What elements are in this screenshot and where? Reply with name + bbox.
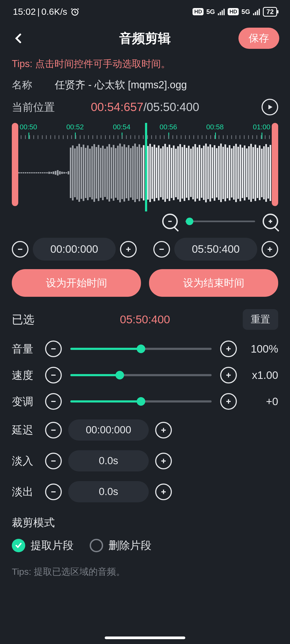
zoom-slider[interactable] [185, 221, 255, 222]
footer-tip: Tips: 提取已选区域的音频。 [0, 559, 290, 584]
svg-rect-6 [255, 12, 256, 15]
fadein-input[interactable]: 0.0s [68, 450, 149, 471]
fadeout-plus-button[interactable] [155, 484, 172, 500]
fadeout-label: 淡出 [12, 484, 39, 499]
check-icon [12, 539, 25, 552]
play-button[interactable] [262, 99, 278, 115]
network-icon: 5G [206, 8, 215, 16]
set-end-button[interactable]: 设为结束时间 [149, 269, 278, 297]
end-minus-button[interactable] [153, 241, 170, 258]
svg-rect-4 [224, 9, 225, 15]
pitch-slider[interactable] [70, 400, 212, 402]
delay-minus-button[interactable] [45, 422, 62, 438]
pitch-value: +0 [243, 396, 278, 408]
zoom-out-icon[interactable] [162, 214, 178, 229]
radio-delete[interactable]: 删除片段 [90, 538, 151, 553]
pitch-plus-button[interactable] [220, 393, 237, 410]
speed-minus-button[interactable] [45, 367, 62, 383]
waveform-area[interactable]: 00:5000:5200:5400:5600:5801:00 [12, 123, 278, 206]
position-total: 05:50:400 [147, 100, 199, 114]
speed-plus-button[interactable] [220, 367, 237, 383]
start-time-input[interactable]: 00:00:000 [33, 238, 116, 261]
radio-delete-label: 删除片段 [108, 538, 151, 553]
speed-slider[interactable] [70, 374, 212, 376]
end-plus-button[interactable] [262, 241, 278, 258]
svg-rect-2 [220, 12, 221, 15]
set-start-button[interactable]: 设为开始时间 [12, 269, 141, 297]
fadein-label: 淡入 [12, 453, 39, 468]
zoom-in-icon[interactable] [263, 214, 278, 229]
signal-icon [218, 8, 225, 16]
reset-button[interactable]: 重置 [243, 309, 278, 330]
playhead[interactable] [145, 123, 147, 211]
end-time-input[interactable]: 05:50:400 [174, 238, 257, 261]
speed-value: x1.00 [243, 369, 278, 381]
crop-mode-title: 裁剪模式 [0, 507, 290, 535]
svg-rect-3 [222, 10, 223, 15]
fadeout-input[interactable]: 0.0s [68, 481, 149, 502]
position-row: 当前位置 00:54:657/05:50:400 [0, 94, 290, 118]
status-time: 15:02 [13, 6, 36, 17]
network-icon-2: 5G [241, 8, 250, 16]
selected-value: 05:50:400 [120, 313, 170, 326]
back-button[interactable] [11, 30, 27, 46]
radio-off-icon [90, 539, 103, 552]
start-minus-button[interactable] [12, 241, 28, 258]
filename-value: 任贤齐 - 心太软 [mqms2].ogg [55, 78, 187, 92]
radio-extract-label: 提取片段 [31, 538, 74, 553]
filename-row: 名称 任贤齐 - 心太软 [mqms2].ogg [0, 75, 290, 94]
range-handle-end[interactable] [272, 123, 278, 206]
save-button[interactable]: 保存 [238, 28, 279, 49]
volume-plus-button[interactable] [220, 341, 237, 357]
fadein-plus-button[interactable] [155, 453, 172, 469]
volume-minus-button[interactable] [45, 341, 62, 357]
position-current[interactable]: 00:54:657 [91, 100, 143, 114]
pitch-minus-button[interactable] [45, 393, 62, 410]
topbar: 音频剪辑 保存 [0, 20, 290, 54]
fadeout-minus-button[interactable] [45, 484, 62, 500]
position-label: 当前位置 [12, 100, 55, 115]
delay-label: 延迟 [12, 423, 39, 437]
signal-icon-2 [253, 8, 260, 16]
zoom-thumb[interactable] [186, 218, 193, 225]
tips-text: Tips: 点击时间控件可手动选取时间。 [0, 54, 290, 75]
volume-value: 100% [243, 343, 278, 355]
svg-rect-7 [257, 10, 258, 15]
status-bar: 15:02 | 0.6K/s HD 5G HD 5G 72 [0, 0, 290, 20]
svg-rect-1 [218, 13, 219, 15]
pitch-label: 变调 [12, 394, 39, 409]
alarm-icon [70, 7, 79, 16]
home-indicator[interactable] [105, 636, 185, 639]
hd-badge-2: HD [228, 8, 239, 15]
svg-rect-8 [259, 9, 260, 15]
radio-extract[interactable]: 提取片段 [12, 538, 74, 553]
page-title: 音频剪辑 [119, 30, 171, 47]
selected-label: 已选 [12, 312, 34, 327]
battery-indicator: 72 [263, 7, 277, 17]
hd-badge: HD [193, 8, 204, 15]
delay-plus-button[interactable] [155, 422, 172, 438]
start-plus-button[interactable] [120, 241, 137, 258]
volume-slider[interactable] [70, 348, 212, 350]
delay-input[interactable]: 00:00:000 [68, 419, 149, 441]
position-sep: / [143, 100, 147, 114]
status-speed: 0.6K/s [41, 6, 67, 17]
svg-rect-5 [253, 13, 254, 15]
fadein-minus-button[interactable] [45, 453, 62, 469]
speed-label: 速度 [12, 368, 39, 383]
volume-label: 音量 [12, 342, 39, 356]
range-handle-start[interactable] [12, 123, 18, 206]
name-label: 名称 [12, 78, 49, 92]
